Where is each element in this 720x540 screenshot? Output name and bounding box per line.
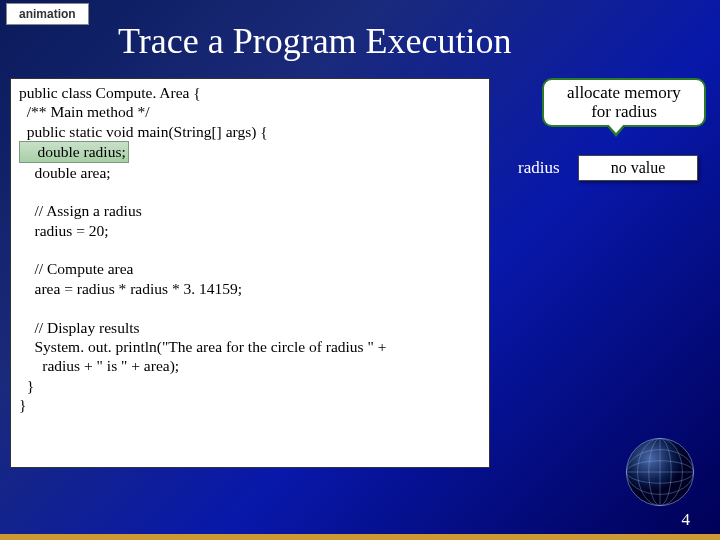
slide-title: Trace a Program Execution [118, 20, 512, 62]
code-line: // Display results [19, 318, 481, 337]
var-label: radius [518, 158, 560, 178]
code-line: radius = 20; [19, 221, 481, 240]
callout-line1: allocate memory [550, 84, 698, 103]
code-line: System. out. println("The area for the c… [19, 337, 481, 356]
page-number: 4 [682, 510, 691, 530]
code-line [19, 182, 481, 201]
callout-line2: for radius [550, 103, 698, 122]
code-line: area = radius * radius * 3. 14159; [19, 279, 481, 298]
code-line: public class Compute. Area { [19, 83, 481, 102]
code-line: } [19, 395, 481, 414]
code-line: // Compute area [19, 259, 481, 278]
globe-icon [620, 432, 700, 512]
highlighted-line: double radius; [19, 141, 129, 162]
code-line: // Assign a radius [19, 201, 481, 220]
code-line: public static void main(String[] args) { [19, 122, 481, 141]
code-line [19, 240, 481, 259]
code-line: radius + " is " + area); [19, 356, 481, 375]
code-box: public class Compute. Area { /** Main me… [10, 78, 490, 468]
code-line: /** Main method */ [19, 102, 481, 121]
code-line: double area; [19, 163, 481, 182]
bottom-accent-bar [0, 534, 720, 540]
animation-tag: animation [6, 3, 89, 25]
code-line: double radius; [19, 141, 481, 162]
callout-box: allocate memory for radius [542, 78, 706, 127]
value-box: no value [578, 155, 698, 181]
code-line [19, 298, 481, 317]
code-line: } [19, 376, 481, 395]
